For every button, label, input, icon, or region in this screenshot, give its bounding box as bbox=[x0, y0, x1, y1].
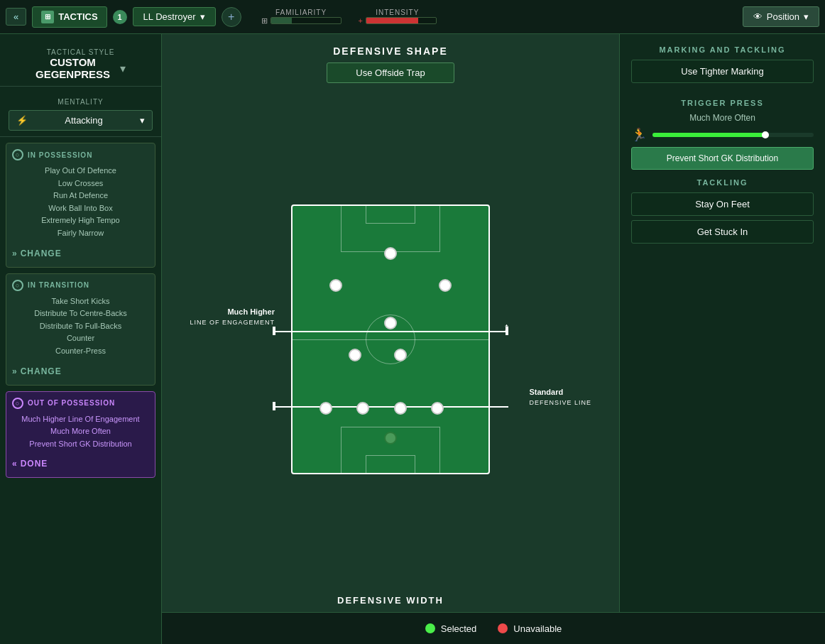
player-def-1 bbox=[319, 402, 332, 415]
tactical-style-label: TACTICAL STYLE bbox=[9, 48, 153, 56]
in-transition-icon: ○ bbox=[12, 280, 23, 291]
trigger-slider-track bbox=[652, 133, 814, 137]
list-item: Much More Often bbox=[12, 425, 149, 438]
change-chevron-icon bbox=[12, 366, 18, 376]
engagement-arrow-indicator: ↕ bbox=[503, 320, 510, 335]
tactical-style-name: CUSTOM GEGENPRESS bbox=[35, 56, 110, 80]
change-chevron-icon bbox=[12, 249, 18, 258]
stay-on-feet-button[interactable]: Stay On Feet bbox=[631, 192, 814, 216]
in-possession-section: ○ IN POSSESSION Play Out Of Defence Low … bbox=[6, 143, 155, 268]
player-cam bbox=[384, 317, 397, 329]
defensive-line bbox=[273, 406, 508, 408]
out-of-possession-done-button[interactable]: DONE bbox=[12, 456, 48, 471]
tactics-button[interactable]: ⊞ TACTICS bbox=[32, 6, 106, 28]
out-of-possession-section: ○ OUT OF POSSESSION Much Higher Line Of … bbox=[6, 391, 155, 479]
familiarity-bar-container: ⊞ bbox=[261, 16, 342, 26]
tactic-name-label: LL Destroyer bbox=[143, 11, 196, 22]
trigger-press-section: TRIGGER PRESS Much More Often 🏃 Prevent … bbox=[631, 99, 814, 170]
tactic-name-button[interactable]: LL Destroyer bbox=[133, 7, 216, 26]
in-possession-change-button[interactable]: CHANGE bbox=[12, 246, 62, 261]
engagement-line-label: Much Higher LINE OF ENGAGEMENT bbox=[161, 307, 275, 327]
mentality-select[interactable]: ⚡ Attacking bbox=[9, 110, 153, 131]
mentality-chevron-icon bbox=[140, 115, 145, 126]
position-label: Position bbox=[767, 11, 799, 22]
football-field: Much Higher LINE OF ENGAGEMENT ↕ Standar… bbox=[291, 204, 490, 474]
tactics-icon: ⊞ bbox=[41, 11, 54, 23]
intensity-icon: + bbox=[359, 16, 363, 25]
defensive-shape-title: DEFENSIVE SHAPE bbox=[327, 45, 454, 57]
trigger-press-title: TRIGGER PRESS bbox=[631, 99, 814, 107]
mentality-value: Attacking bbox=[65, 115, 102, 126]
unavailable-dot bbox=[498, 623, 508, 633]
bottom-legend: Selected Unavailable bbox=[162, 612, 825, 644]
in-transition-items: Take Short Kicks Distribute To Centre-Ba… bbox=[12, 295, 149, 358]
marking-tackling-section: MARKING AND TACKLING Use Tighter Marking bbox=[631, 45, 814, 87]
familiarity-progress-bar bbox=[271, 17, 342, 24]
defensive-line-arrow-left bbox=[273, 402, 275, 410]
in-transition-title: ○ IN TRANSITION bbox=[12, 280, 149, 291]
list-item: Extremely High Tempo bbox=[12, 214, 149, 227]
tactical-style-chevron-icon bbox=[120, 62, 126, 75]
right-panel: MARKING AND TACKLING Use Tighter Marking… bbox=[619, 34, 825, 644]
player-def-3 bbox=[394, 402, 407, 415]
intensity-progress-bar bbox=[366, 17, 437, 24]
list-item: Distribute To Centre-Backs bbox=[12, 307, 149, 320]
out-of-possession-icon: ○ bbox=[12, 398, 23, 409]
position-chevron-icon bbox=[804, 11, 809, 22]
running-icon: 🏃 bbox=[631, 127, 647, 143]
player-def-4 bbox=[431, 402, 444, 415]
defensive-line-label: Standard DEFENSIVE LINE bbox=[529, 387, 591, 407]
tactic-number-badge: 1 bbox=[113, 10, 127, 24]
trigger-press-slider[interactable]: 🏃 bbox=[631, 127, 814, 143]
intensity-section: INTENSITY + bbox=[359, 9, 437, 25]
goal-box-bottom bbox=[366, 455, 415, 473]
list-item: Work Ball Into Box bbox=[12, 202, 149, 215]
familiarity-label: FAMILIARITY bbox=[275, 9, 327, 16]
marking-tackling-title: MARKING AND TACKLING bbox=[631, 45, 814, 54]
position-button[interactable]: 👁 Position bbox=[743, 6, 819, 27]
player-def-2 bbox=[356, 402, 369, 415]
intensity-fill bbox=[366, 18, 419, 23]
mentality-section: MENTALITY ⚡ Attacking bbox=[0, 92, 161, 137]
sidebar: TACTICAL STYLE CUSTOM GEGENPRESS MENTALI… bbox=[0, 34, 162, 644]
center-field: DEFENSIVE SHAPE Use Offside Trap bbox=[162, 34, 619, 644]
player-att-2 bbox=[439, 279, 452, 292]
engagement-line bbox=[273, 331, 508, 332]
in-possession-icon: ○ bbox=[12, 149, 23, 160]
player-mid-2 bbox=[394, 349, 407, 361]
add-tactic-button[interactable]: + bbox=[222, 7, 241, 27]
mentality-icon: ⚡ bbox=[16, 115, 28, 126]
selected-label: Selected bbox=[441, 623, 477, 634]
engagement-arrow-left bbox=[273, 327, 275, 335]
list-item: Low Crosses bbox=[12, 178, 149, 190]
familiarity-icon: ⊞ bbox=[261, 16, 268, 26]
tactical-style-section: TACTICAL STYLE CUSTOM GEGENPRESS bbox=[0, 43, 161, 87]
familiarity-section: FAMILIARITY ⊞ bbox=[261, 9, 342, 26]
tackling-section: TACKLING Stay On Feet Get Stuck In bbox=[631, 178, 814, 248]
prevent-short-gk-button[interactable]: Prevent Short GK Distribution bbox=[631, 147, 814, 170]
list-item: Fairly Narrow bbox=[12, 227, 149, 240]
in-transition-change-button[interactable]: CHANGE bbox=[12, 364, 62, 379]
tactic-name-chevron-icon bbox=[200, 11, 205, 22]
get-stuck-in-button[interactable]: Get Stuck In bbox=[631, 220, 814, 244]
intensity-label: INTENSITY bbox=[376, 9, 419, 16]
mentality-label: MENTALITY bbox=[9, 98, 153, 106]
trigger-slider-fill bbox=[652, 133, 765, 137]
list-item: Distribute To Full-Backs bbox=[12, 320, 149, 333]
tackling-title: TACKLING bbox=[631, 178, 814, 187]
player-gk bbox=[384, 432, 397, 444]
trigger-press-value: Much More Often bbox=[631, 113, 814, 123]
unavailable-label: Unavailable bbox=[513, 623, 562, 634]
player-mid-1 bbox=[349, 349, 361, 361]
back-button[interactable]: « bbox=[6, 8, 26, 26]
in-possession-title: ○ IN POSSESSION bbox=[12, 149, 149, 160]
done-chevron-icon bbox=[12, 459, 18, 469]
use-tighter-marking-button[interactable]: Use Tighter Marking bbox=[631, 60, 814, 83]
player-striker bbox=[384, 247, 397, 260]
familiarity-fill bbox=[271, 18, 292, 23]
offside-trap-button[interactable]: Use Offside Trap bbox=[327, 62, 454, 83]
list-item: Much Higher Line Of Engagement bbox=[12, 413, 149, 426]
list-item: Run At Defence bbox=[12, 190, 149, 202]
defensive-width-title: DEFENSIVE WIDTH bbox=[291, 595, 490, 606]
out-of-possession-title: ○ OUT OF POSSESSION bbox=[12, 398, 149, 409]
